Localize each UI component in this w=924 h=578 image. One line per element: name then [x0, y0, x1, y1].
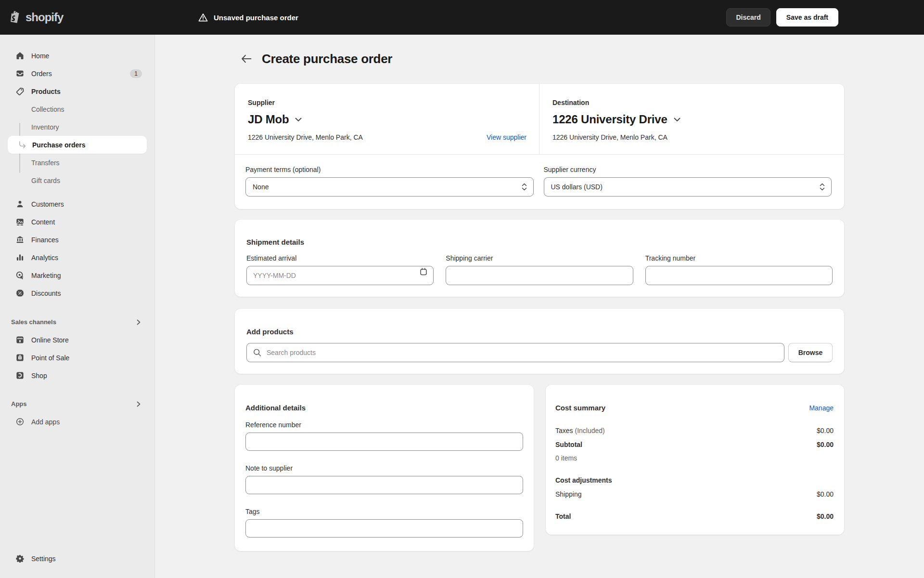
- subtotal-label: Subtotal: [555, 441, 582, 448]
- discard-button[interactable]: Discard: [726, 8, 770, 26]
- sidebar-item-add-apps[interactable]: Add apps: [8, 413, 147, 431]
- sidebar-item-content[interactable]: Content: [8, 213, 147, 231]
- save-as-draft-button[interactable]: Save as draft: [776, 8, 838, 26]
- back-button[interactable]: [240, 52, 253, 66]
- apps-header[interactable]: Apps: [8, 395, 147, 413]
- topbar: shopify Unsaved purchase order Discard S…: [0, 0, 924, 35]
- browse-button[interactable]: Browse: [788, 343, 833, 362]
- sidebar-item-label: Content: [31, 218, 55, 226]
- cost-summary-heading: Cost summary: [555, 404, 605, 412]
- sidebar-item-products[interactable]: Products: [8, 82, 147, 100]
- sidebar-item-label: Discounts: [31, 289, 61, 297]
- select-updown-icon: [820, 183, 825, 191]
- sidebar-item-label: Shop: [31, 372, 47, 380]
- supplier-currency-label: Supplier currency: [544, 166, 832, 173]
- tags-label: Tags: [245, 508, 523, 515]
- sidebar-item-marketing[interactable]: Marketing: [8, 266, 147, 284]
- discounts-badge-icon: [16, 289, 24, 297]
- supplier-address: 1226 University Drive, Menlo Park, CA: [248, 133, 363, 141]
- sidebar: Home Orders 1 Products Collections Inven…: [0, 35, 155, 578]
- shopify-logo[interactable]: shopify: [10, 11, 63, 24]
- add-products-card: Add products Browse: [235, 309, 844, 373]
- additional-details-card: Additional details Reference number Note…: [235, 385, 534, 551]
- shipping-carrier-input[interactable]: [446, 266, 633, 285]
- sidebar-item-label: Purchase orders: [32, 141, 86, 149]
- branch-arrow-icon: [19, 141, 27, 149]
- note-to-supplier-label: Note to supplier: [245, 464, 523, 472]
- subtotal-row: Subtotal $0.00: [555, 441, 834, 448]
- sales-channels-label: Sales channels: [11, 318, 56, 326]
- payment-terms-select[interactable]: None: [245, 177, 534, 197]
- shopify-wordmark: shopify: [26, 11, 63, 24]
- sidebar-item-gift-cards[interactable]: Gift cards: [8, 171, 147, 189]
- estimated-arrival-input[interactable]: [246, 266, 434, 285]
- cost-adjustments-row: Cost adjustments: [555, 476, 834, 484]
- sidebar-item-label: Finances: [31, 236, 59, 244]
- supplier-currency-select[interactable]: US dollars (USD): [544, 177, 832, 197]
- supplier-currency-value: US dollars (USD): [551, 183, 603, 191]
- destination-dropdown[interactable]: 1226 University Drive: [552, 113, 680, 126]
- sidebar-item-label: Home: [31, 52, 49, 60]
- tracking-number-label: Tracking number: [645, 254, 833, 262]
- sidebar-item-settings[interactable]: Settings: [8, 550, 147, 567]
- select-updown-icon: [522, 183, 527, 191]
- cost-adjustments-label: Cost adjustments: [555, 476, 612, 484]
- apps-label: Apps: [11, 400, 27, 407]
- supplier-dropdown[interactable]: JD Mob: [248, 113, 302, 126]
- tracking-number-input[interactable]: [645, 266, 833, 285]
- sidebar-item-label: Add apps: [31, 418, 60, 426]
- sidebar-item-label: Products: [31, 88, 61, 95]
- supplier-section: Supplier JD Mob 1226 University Drive, M…: [235, 84, 539, 154]
- sidebar-item-label: Analytics: [31, 254, 58, 262]
- plus-circle-icon: [16, 418, 24, 426]
- destination-name: 1226 University Drive: [552, 113, 667, 126]
- total-value: $0.00: [817, 512, 834, 520]
- sidebar-item-shop[interactable]: Shop: [8, 367, 147, 384]
- additional-details-heading: Additional details: [245, 404, 523, 412]
- note-to-supplier-input[interactable]: [245, 476, 523, 494]
- reference-number-input[interactable]: [245, 433, 523, 451]
- supplier-destination-card: Supplier JD Mob 1226 University Drive, M…: [235, 84, 844, 209]
- sidebar-item-purchase-orders[interactable]: Purchase orders: [8, 136, 147, 154]
- payment-terms-label: Payment terms (optional): [245, 166, 534, 173]
- sidebar-item-analytics[interactable]: Analytics: [8, 249, 147, 266]
- shopify-bag-icon: [10, 11, 22, 24]
- taxes-label: Taxes: [555, 427, 573, 434]
- orders-count-badge: 1: [130, 69, 142, 78]
- sidebar-item-orders[interactable]: Orders 1: [8, 65, 147, 82]
- tags-input[interactable]: [245, 519, 523, 538]
- sidebar-item-finances[interactable]: Finances: [8, 231, 147, 249]
- shipping-carrier-field: Shipping carrier: [446, 254, 633, 285]
- estimated-arrival-label: Estimated arrival: [246, 254, 434, 262]
- sidebar-item-home[interactable]: Home: [8, 47, 147, 65]
- items-count: 0 items: [555, 454, 577, 462]
- sidebar-item-customers[interactable]: Customers: [8, 195, 147, 213]
- destination-section: Destination 1226 University Drive 1226 U…: [539, 84, 844, 154]
- home-icon: [16, 52, 24, 60]
- shipping-row: Shipping $0.00: [555, 490, 834, 498]
- chevron-down-icon: [295, 118, 302, 122]
- sidebar-item-discounts[interactable]: Discounts: [8, 284, 147, 302]
- status-text: Unsaved purchase order: [214, 13, 298, 22]
- view-supplier-link[interactable]: View supplier: [487, 133, 526, 141]
- gear-icon: [16, 554, 24, 563]
- items-count-row: 0 items: [555, 454, 834, 462]
- page-title: Create purchase order: [262, 52, 392, 66]
- analytics-bars-icon: [16, 253, 24, 262]
- shop-icon: [16, 371, 24, 380]
- supplier-label: Supplier: [248, 99, 526, 106]
- sidebar-item-transfers[interactable]: Transfers: [8, 154, 147, 171]
- manage-link[interactable]: Manage: [809, 404, 834, 412]
- sidebar-item-point-of-sale[interactable]: Point of Sale: [8, 349, 147, 367]
- sidebar-item-online-store[interactable]: Online Store: [8, 331, 147, 349]
- supplier-name: JD Mob: [248, 113, 289, 126]
- online-store-icon: [16, 336, 24, 344]
- sidebar-item-label: Inventory: [31, 123, 59, 131]
- shipping-label: Shipping: [555, 490, 582, 498]
- sidebar-item-inventory[interactable]: Inventory: [8, 118, 147, 136]
- search-products-input[interactable]: [246, 343, 784, 362]
- supplier-currency-field: Supplier currency US dollars (USD): [544, 166, 832, 197]
- sales-channels-header[interactable]: Sales channels: [8, 313, 147, 331]
- customers-icon: [16, 200, 24, 208]
- sidebar-item-collections[interactable]: Collections: [8, 100, 147, 118]
